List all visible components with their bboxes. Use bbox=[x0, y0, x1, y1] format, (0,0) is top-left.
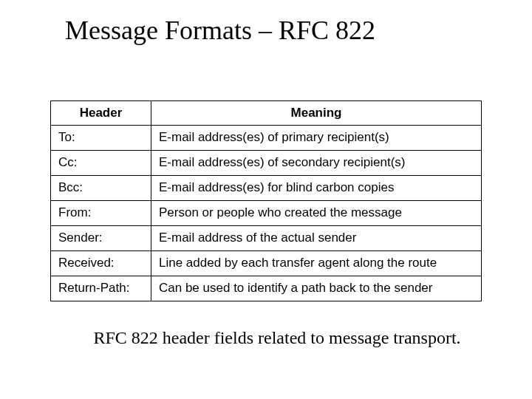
cell-header: Received: bbox=[51, 251, 151, 276]
cell-header: From: bbox=[51, 201, 151, 226]
table-header-row: Header Meaning bbox=[51, 101, 482, 126]
table-row: Bcc: E-mail address(es) for blind carbon… bbox=[51, 176, 482, 201]
cell-header: Cc: bbox=[51, 151, 151, 176]
table-row: Return-Path: Can be used to identify a p… bbox=[51, 276, 482, 301]
table-container: Header Meaning To: E-mail address(es) of… bbox=[50, 100, 482, 301]
cell-meaning: E-mail address(es) of secondary recipien… bbox=[151, 151, 482, 176]
cell-header: To: bbox=[51, 126, 151, 151]
page-title: Message Formats – RFC 822 bbox=[0, 0, 532, 46]
column-header-meaning: Meaning bbox=[151, 101, 482, 126]
cell-meaning: E-mail address(es) of primary recipient(… bbox=[151, 126, 482, 151]
headers-table: Header Meaning To: E-mail address(es) of… bbox=[50, 100, 482, 301]
column-header-header: Header bbox=[51, 101, 151, 126]
cell-meaning: Line added by each transfer agent along … bbox=[151, 251, 482, 276]
table-row: To: E-mail address(es) of primary recipi… bbox=[51, 126, 482, 151]
table-row: From: Person or people who created the m… bbox=[51, 201, 482, 226]
cell-meaning: Can be used to identify a path back to t… bbox=[151, 276, 482, 301]
cell-meaning: Person or people who created the message bbox=[151, 201, 482, 226]
table-caption: RFC 822 header fields related to message… bbox=[0, 328, 532, 348]
cell-header: Return-Path: bbox=[51, 276, 151, 301]
cell-header: Sender: bbox=[51, 226, 151, 251]
table-row: Received: Line added by each transfer ag… bbox=[51, 251, 482, 276]
table-row: Cc: E-mail address(es) of secondary reci… bbox=[51, 151, 482, 176]
cell-header: Bcc: bbox=[51, 176, 151, 201]
cell-meaning: E-mail address of the actual sender bbox=[151, 226, 482, 251]
cell-meaning: E-mail address(es) for blind carbon copi… bbox=[151, 176, 482, 201]
table-row: Sender: E-mail address of the actual sen… bbox=[51, 226, 482, 251]
